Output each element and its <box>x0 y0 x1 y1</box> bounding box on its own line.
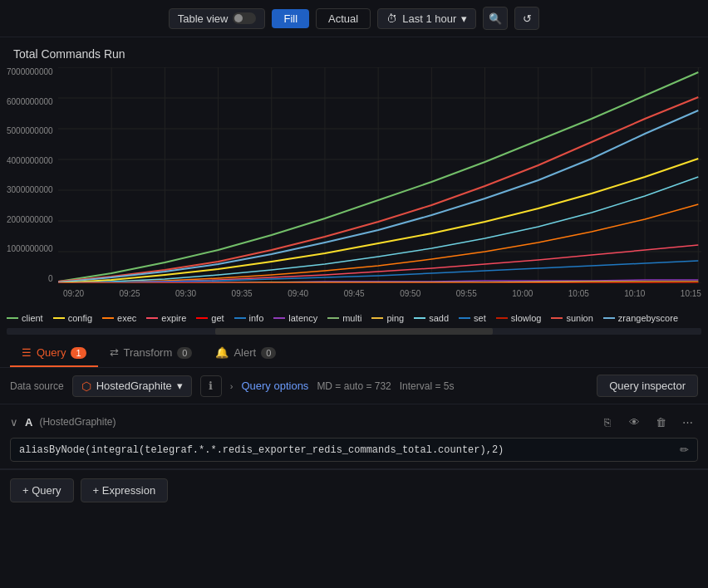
legend-item[interactable]: exec <box>102 313 136 323</box>
fill-button[interactable]: Fill <box>272 9 309 28</box>
legend-color-swatch <box>7 317 18 319</box>
legend-color-swatch <box>496 317 508 319</box>
query-editor-row: ∨ A (HostedGraphite) ⎘ 👁 🗑 ⋯ aliasByNode… <box>0 404 708 469</box>
ellipsis-icon: ⋯ <box>682 416 693 429</box>
y-label-4b: 4000000000 <box>7 156 53 165</box>
chart-container: Total Commands Run 7000000000 6000000000… <box>0 37 708 308</box>
legend-label: multi <box>342 313 361 323</box>
datasource-select[interactable]: ⬡ HostedGraphite ▾ <box>72 375 192 397</box>
legend-item[interactable]: expire <box>146 313 186 323</box>
scroll-area[interactable] <box>7 328 701 335</box>
y-label-2b: 2000000000 <box>7 215 53 224</box>
legend-color-swatch <box>551 317 563 319</box>
add-expression-button[interactable]: + Expression <box>81 478 169 502</box>
query-inspector-button[interactable]: Query inspector <box>597 375 698 397</box>
query-meta-md: MD = auto = 732 <box>317 380 391 392</box>
copy-icon: ⎘ <box>604 416 611 429</box>
y-label-1b: 1000000000 <box>7 244 53 253</box>
actual-button[interactable]: Actual <box>316 8 371 29</box>
query-tabs: ☰ Query 1 ⇄ Transform 0 🔔 Alert 0 <box>0 340 708 368</box>
datasource-label: Data source <box>10 380 64 392</box>
legend-item[interactable]: config <box>53 313 92 323</box>
table-view-label: Table view <box>178 12 229 25</box>
legend-label: info <box>249 313 264 323</box>
query-letter: A <box>25 416 32 429</box>
legend-item[interactable]: slowlog <box>496 313 542 323</box>
arrow-icon: › <box>230 381 234 391</box>
zoom-out-icon: 🔍 <box>489 12 502 25</box>
top-toolbar: Table view Fill Actual ⏱ Last 1 hour ▾ 🔍… <box>0 0 708 37</box>
copy-query-button[interactable]: ⎘ <box>597 411 618 433</box>
tab-alert[interactable]: 🔔 Alert 0 <box>204 340 288 367</box>
add-query-button[interactable]: + Query <box>10 478 74 502</box>
transform-tab-badge: 0 <box>177 347 192 359</box>
query-text: aliasByNode(integral(telegraf.*.*.redis_… <box>19 444 673 456</box>
tab-query[interactable]: ☰ Query 1 <box>10 340 98 367</box>
query-row-chevron-icon[interactable]: ∨ <box>10 416 18 429</box>
refresh-button[interactable]: ↺ <box>514 7 539 30</box>
query-input-row: aliasByNode(integral(telegraf.*.*.redis_… <box>10 438 698 462</box>
more-options-button[interactable]: ⋯ <box>676 411 698 433</box>
legend-color-swatch <box>459 317 470 319</box>
info-icon: ℹ <box>209 380 213 392</box>
chevron-down-icon: ▾ <box>461 12 467 25</box>
legend-color-swatch <box>234 317 246 319</box>
transform-tab-label: Transform <box>124 346 173 359</box>
edit-query-icon[interactable]: ✏ <box>680 443 689 456</box>
legend: clientconfigexecexpiregetinfolatencymult… <box>0 308 708 328</box>
query-options-link[interactable]: Query options <box>241 380 308 392</box>
legend-color-swatch <box>53 317 65 319</box>
datasource-info-button[interactable]: ℹ <box>200 375 222 397</box>
query-actions: ⎘ 👁 🗑 ⋯ <box>597 411 698 433</box>
query-tab-label: Query <box>37 346 66 359</box>
alert-tab-label: Alert <box>234 346 256 359</box>
legend-item[interactable]: latency <box>273 313 317 323</box>
query-tab-badge: 1 <box>71 347 86 359</box>
legend-item[interactable]: sadd <box>414 313 449 323</box>
zoom-out-button[interactable]: 🔍 <box>483 7 508 30</box>
legend-item[interactable]: ping <box>371 313 404 323</box>
legend-color-swatch <box>371 317 383 319</box>
delete-query-button[interactable]: 🗑 <box>650 411 671 433</box>
y-label-3b: 3000000000 <box>7 185 53 194</box>
legend-item[interactable]: sunion <box>551 313 592 323</box>
toggle-visibility-button[interactable]: 👁 <box>623 411 645 433</box>
legend-color-swatch <box>196 317 208 319</box>
legend-label: zrangebyscore <box>618 313 678 323</box>
time-range-button[interactable]: ⏱ Last 1 hour ▾ <box>377 8 476 29</box>
alert-tab-badge: 0 <box>261 347 276 359</box>
legend-color-swatch <box>327 317 339 319</box>
legend-label: sadd <box>429 313 449 323</box>
y-label-6b: 6000000000 <box>7 97 53 106</box>
legend-item[interactable]: multi <box>327 313 361 323</box>
eye-icon: 👁 <box>629 416 640 429</box>
y-label-5b: 5000000000 <box>7 126 53 135</box>
legend-color-swatch <box>273 317 285 319</box>
tab-transform[interactable]: ⇄ Transform 0 <box>98 340 204 367</box>
table-view-toggle[interactable]: Table view <box>169 8 266 29</box>
table-view-switch[interactable] <box>233 12 256 24</box>
y-axis-labels: 7000000000 6000000000 5000000000 4000000… <box>7 67 58 283</box>
legend-item[interactable]: zrangebyscore <box>603 313 678 323</box>
scroll-thumb[interactable] <box>215 328 493 335</box>
clock-icon: ⏱ <box>386 12 397 25</box>
legend-label: slowlog <box>511 313 542 323</box>
chart-title: Total Commands Run <box>7 47 701 61</box>
datasource-icon: ⬡ <box>81 380 91 393</box>
legend-label: set <box>474 313 486 323</box>
y-label-7b: 7000000000 <box>7 67 53 76</box>
query-source-hint: (HostedGraphite) <box>39 416 116 428</box>
bottom-bar: + Query + Expression <box>0 469 708 511</box>
legend-label: sunion <box>566 313 592 323</box>
legend-label: config <box>68 313 92 323</box>
legend-color-swatch <box>102 317 114 319</box>
legend-item[interactable]: set <box>459 313 486 323</box>
alert-tab-icon: 🔔 <box>215 346 229 359</box>
legend-label: get <box>211 313 224 323</box>
legend-item[interactable]: client <box>7 313 43 323</box>
transform-tab-icon: ⇄ <box>110 346 119 359</box>
legend-item[interactable]: info <box>234 313 264 323</box>
query-meta-interval: Interval = 5s <box>400 380 455 392</box>
chart-svg <box>58 67 701 283</box>
legend-item[interactable]: get <box>196 313 224 323</box>
